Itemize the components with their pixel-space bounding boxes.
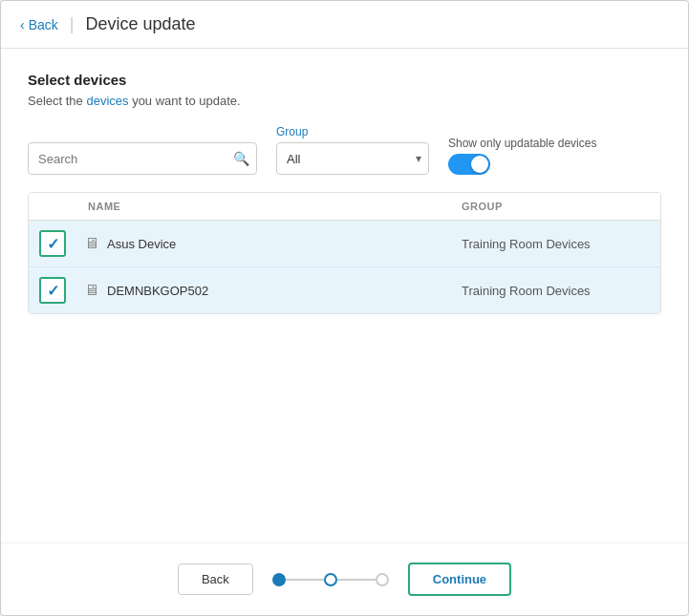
back-button[interactable]: Back — [178, 563, 253, 595]
chevron-left-icon: ‹ — [20, 17, 25, 32]
updatable-toggle[interactable] — [448, 154, 490, 175]
table-row: ✓ 🖥 Asus Device Training Room Devices — [29, 221, 660, 267]
desc-link[interactable]: devices — [86, 94, 128, 108]
row1-monitor-icon: 🖥 — [84, 235, 99, 252]
toggle-label: Show only updatable devices — [448, 137, 596, 150]
row2-monitor-icon: 🖥 — [84, 282, 99, 299]
row1-checkbox[interactable]: ✓ — [39, 230, 66, 257]
col-header-name: NAME — [76, 201, 450, 212]
header-divider: | — [70, 14, 75, 34]
progress-step-2 — [324, 573, 337, 586]
search-filter: 🔍 — [28, 142, 257, 175]
col-header-check — [29, 201, 76, 212]
search-input[interactable] — [28, 142, 257, 175]
progress-track — [272, 573, 389, 586]
page-header: ‹ Back | Device update — [1, 1, 688, 49]
row2-device-name: DEMNBKGOP502 — [107, 284, 208, 298]
desc-suffix: you want to update. — [129, 94, 241, 108]
progress-step-3 — [376, 573, 389, 586]
group-select-wrapper: All Training Room Devices ▾ — [276, 142, 429, 175]
page-title: Device update — [85, 14, 195, 34]
row2-device-cell: 🖥 DEMNBKGOP502 — [76, 282, 450, 299]
row2-group-cell: Training Room Devices — [450, 284, 660, 298]
continue-button[interactable]: Continue — [408, 563, 511, 596]
back-nav-label: Back — [29, 17, 58, 32]
row1-device-name: Asus Device — [107, 237, 176, 251]
table-row: ✓ 🖥 DEMNBKGOP502 Training Room Devices — [29, 267, 660, 313]
col-header-group: GROUP — [450, 201, 660, 212]
group-filter: Group All Training Room Devices ▾ — [276, 125, 429, 175]
filters-row: 🔍 Group All Training Room Devices ▾ Show… — [28, 125, 661, 175]
progress-line-2 — [337, 579, 376, 581]
row2-checkmark-icon: ✓ — [47, 282, 59, 300]
desc-prefix: Select the — [28, 94, 86, 108]
row1-checkbox-cell: ✓ — [29, 230, 76, 257]
row1-device-cell: 🖥 Asus Device — [76, 235, 450, 252]
footer: Back Continue — [1, 542, 688, 615]
toggle-group: Show only updatable devices — [448, 137, 596, 175]
table-header: NAME GROUP — [29, 193, 660, 221]
devices-table: NAME GROUP ✓ 🖥 Asus Device Training Room… — [28, 192, 661, 314]
row2-checkbox-cell: ✓ — [29, 277, 76, 304]
section-title: Select devices — [28, 72, 661, 88]
row2-checkbox[interactable]: ✓ — [39, 277, 66, 304]
progress-step-1 — [272, 573, 286, 586]
section-desc: Select the devices you want to update. — [28, 94, 661, 108]
row1-checkmark-icon: ✓ — [47, 235, 59, 253]
row1-group-cell: Training Room Devices — [450, 237, 660, 251]
group-select[interactable]: All Training Room Devices — [276, 142, 429, 175]
group-label: Group — [276, 125, 429, 138]
progress-line-1 — [286, 579, 324, 581]
search-wrapper: 🔍 — [28, 142, 257, 175]
main-content: Select devices Select the devices you wa… — [1, 49, 688, 542]
back-nav-link[interactable]: ‹ Back — [20, 17, 58, 32]
